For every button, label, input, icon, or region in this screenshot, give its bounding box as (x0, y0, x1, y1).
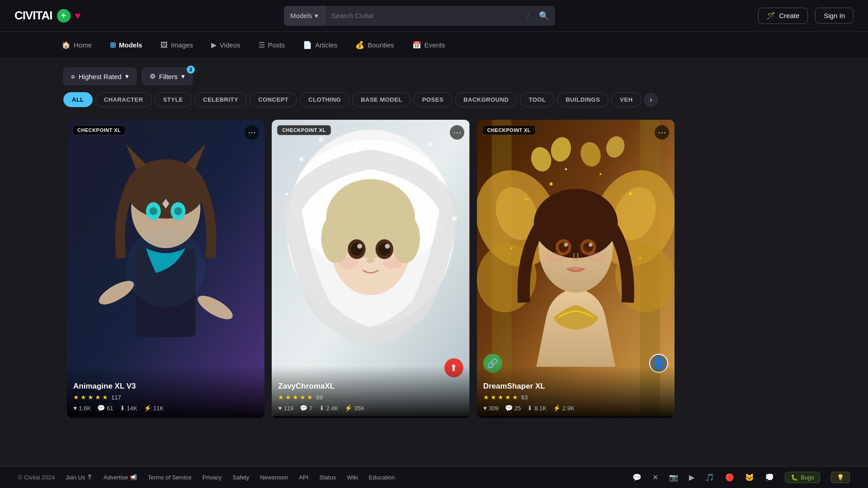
svg-point-63 (510, 247, 512, 249)
logo-heart-icon[interactable]: ♥ (75, 10, 81, 22)
tiktok-icon[interactable]: 🎵 (705, 473, 714, 482)
card-badge-animagine: CHECKPOINT XL (72, 125, 126, 135)
cat-celebrity[interactable]: CELEBRITY (194, 92, 247, 107)
bug-icon: 🐛 (791, 474, 798, 481)
nav-item-events[interactable]: 📅 Events (405, 37, 453, 53)
header: CIVITAI + ♥ Models ▾ / 🔍 🪄 Create Sign I… (0, 0, 868, 32)
cat-buildings[interactable]: BUILDINGS (557, 92, 609, 107)
download-icon: ⬇ (527, 404, 533, 412)
card-stars-zavychroma: ★ ★ ★ ★ ★ 69 (278, 394, 463, 401)
buzz-count: 2.9K (562, 405, 575, 412)
create-label: Create (779, 12, 799, 19)
chat-icon[interactable]: 💭 (765, 473, 774, 482)
education-link[interactable]: Education (369, 474, 395, 481)
nav-item-articles[interactable]: 📄 Articles (296, 37, 344, 53)
advertise-link[interactable]: Advertise 📢 (104, 474, 137, 481)
sort-button[interactable]: ≡ Highest Rated ▾ (63, 68, 137, 85)
star-count-animagine: 117 (111, 394, 121, 401)
filter-button[interactable]: 3 ⚙ Filters ▾ (142, 68, 193, 85)
svg-point-6 (174, 207, 182, 215)
svg-point-48 (533, 189, 618, 258)
status-link[interactable]: Status (319, 474, 336, 481)
discord-icon[interactable]: 💬 (632, 473, 642, 482)
cat-tool[interactable]: TOOL (520, 92, 554, 107)
lightning-icon: ⚡ (144, 404, 151, 412)
stat-downloads-zavychroma: ⬇ 2.4K (319, 404, 339, 412)
svg-point-23 (357, 244, 362, 249)
svg-point-28 (300, 157, 304, 161)
stat-comments-dreamshaper: 💬 25 (505, 404, 521, 412)
svg-point-25 (367, 258, 374, 263)
search-type-dropdown[interactable]: Models ▾ (284, 6, 325, 26)
stat-likes-zavychroma: ♥ 119 (278, 404, 293, 412)
heart-icon: ♥ (278, 404, 282, 412)
idea-button[interactable]: 💡 (831, 472, 850, 483)
cat-character[interactable]: CHARACTER (95, 92, 152, 107)
cat-base-model[interactable]: BASE MODEL (352, 92, 411, 107)
twitter-x-icon[interactable]: ✕ (652, 473, 658, 482)
stat-downloads-dreamshaper: ⬇ 8.1K (527, 404, 547, 412)
cards-grid: CHECKPOINT XL ⋯ Animagine XL V3 ★ ★ ★ ★ … (0, 116, 741, 422)
svg-point-29 (439, 178, 442, 181)
card-menu-zavychroma[interactable]: ⋯ (450, 125, 464, 140)
cat-poses[interactable]: POSES (414, 92, 452, 107)
card-badge-dreamshaper: CHECKPOINT XL (482, 125, 536, 135)
card-stats-zavychroma: ♥ 119 💬 7 ⬇ 2.4K ⚡ 35K (278, 404, 463, 412)
stat-buzz-animagine: ⚡ 11K (144, 404, 164, 412)
api-link[interactable]: API (299, 474, 308, 481)
join-us-link[interactable]: Join Us 🎖 (66, 474, 93, 481)
cat-all[interactable]: ALL (63, 92, 93, 107)
wiki-link[interactable]: Wiki (347, 474, 358, 481)
cat-style[interactable]: STYLE (155, 92, 192, 107)
svg-point-26 (339, 257, 359, 269)
instagram-icon[interactable]: 📷 (669, 473, 678, 482)
svg-point-10 (126, 229, 205, 308)
nav-item-posts[interactable]: ☰ Posts (251, 37, 292, 53)
card-stats-dreamshaper: ♥ 309 💬 25 ⬇ 8.1K ⚡ 2.9K (483, 404, 668, 412)
svg-point-54 (589, 243, 593, 247)
stat-buzz-zavychroma: ⚡ 35K (344, 404, 364, 412)
card-menu-dreamshaper[interactable]: ⋯ (655, 125, 669, 140)
card-animagine[interactable]: CHECKPOINT XL ⋯ Animagine XL V3 ★ ★ ★ ★ … (67, 120, 264, 418)
terms-link[interactable]: Terms of Service (148, 474, 192, 481)
nav-bounties-label: Bounties (368, 41, 394, 49)
newsroom-link[interactable]: Newsroom (260, 474, 288, 481)
cat-scroll-right-button[interactable]: › (644, 93, 658, 107)
cat-veh[interactable]: VEH (611, 92, 641, 107)
svg-point-27 (383, 257, 403, 269)
nav-item-home[interactable]: 🏠 Home (54, 37, 99, 53)
svg-point-61 (565, 168, 566, 170)
nav-item-models[interactable]: ⊞ Models (103, 37, 150, 53)
comment-icon: 💬 (300, 404, 307, 412)
create-button[interactable]: 🪄 Create (758, 8, 808, 24)
cat-background[interactable]: BACKGROUND (455, 92, 517, 107)
youtube-icon[interactable]: ▶ (689, 473, 694, 482)
search-button[interactable]: 🔍 (533, 6, 555, 26)
star1: ★ (73, 394, 79, 401)
nav-item-videos[interactable]: ▶ Videos (204, 37, 248, 53)
svg-point-5 (150, 207, 157, 215)
lightning-icon: ⚡ (344, 404, 352, 412)
buzz-count: 11K (153, 405, 164, 412)
chevron-down-icon: ▾ (315, 12, 318, 20)
signin-button[interactable]: Sign In (815, 8, 854, 23)
privacy-link[interactable]: Privacy (203, 474, 222, 481)
safety-link[interactable]: Safety (232, 474, 249, 481)
heart-icon: ♥ (483, 404, 487, 412)
nav-posts-label: Posts (268, 41, 285, 49)
reddit-icon[interactable]: 🔴 (725, 473, 734, 482)
svg-point-18 (391, 214, 420, 263)
nav-item-images[interactable]: 🖼 Images (153, 38, 200, 53)
card-zavychroma[interactable]: CHECKPOINT XL ⋯ ⬆ ZavyChromaXL ★ ★ ★ ★ ★… (272, 120, 469, 418)
github-icon[interactable]: 🐱 (745, 473, 754, 482)
likes-count: 119 (284, 405, 294, 412)
card-dreamshaper[interactable]: CHECKPOINT XL ⋯ 🔗 👤 DreamShaper XL ★ ★ ★… (477, 120, 675, 418)
logo-plus-button[interactable]: + (57, 9, 71, 23)
sort-icon: ≡ (71, 73, 75, 80)
nav-item-bounties[interactable]: 💰 Bounties (348, 37, 401, 53)
cat-concept[interactable]: CONCEPT (250, 92, 297, 107)
svg-point-53 (564, 243, 568, 247)
search-input[interactable] (325, 6, 524, 26)
cat-clothing[interactable]: CLOTHING (300, 92, 349, 107)
bugs-button[interactable]: 🐛 Bugs (785, 472, 820, 483)
